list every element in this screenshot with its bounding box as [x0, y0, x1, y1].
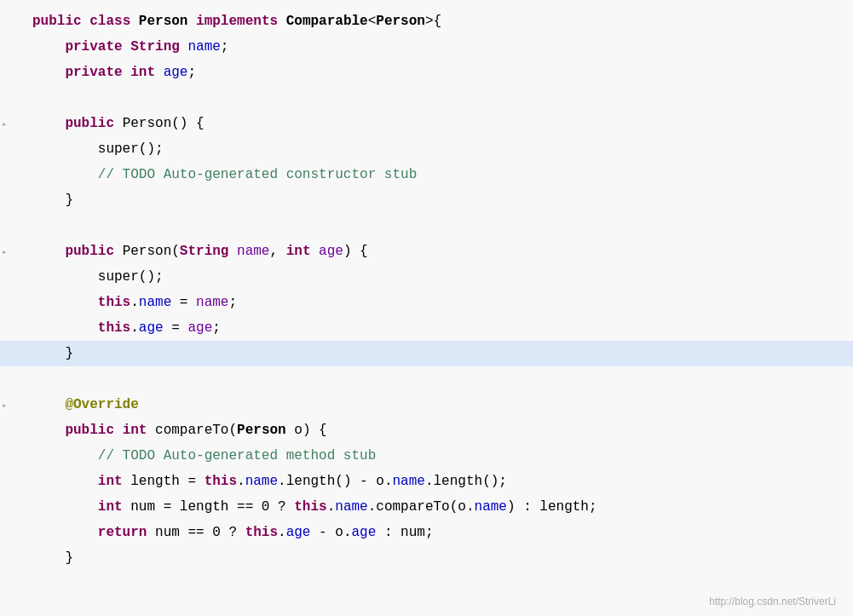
line-content: super(); — [26, 141, 853, 157]
code-token: name — [475, 499, 507, 515]
code-token: private — [65, 39, 122, 55]
code-token: length — [286, 474, 336, 489]
code-token: . — [130, 295, 139, 310]
code-token: super — [98, 269, 139, 285]
line-content: public Person(String name, int age) { — [26, 244, 853, 259]
code-line — [0, 85, 853, 111]
code-token — [180, 39, 188, 55]
code-token: ) { — [343, 244, 368, 259]
indent-space — [32, 295, 98, 310]
code-token: name — [187, 39, 220, 55]
code-token: length = — [123, 474, 205, 489]
collapse-arrow-icon[interactable]: ▸ — [2, 400, 8, 411]
indent-space — [32, 397, 65, 412]
code-token: // TODO Auto-generated constructor stub — [98, 167, 417, 182]
code-token: ; — [212, 320, 221, 336]
code-token: () - o. — [335, 474, 392, 489]
code-editor: public class Person implements Comparabl… — [0, 0, 853, 616]
code-token: . — [130, 320, 139, 336]
code-token: int — [98, 499, 123, 515]
code-token: ) : length; — [507, 499, 597, 515]
code-token: (); — [139, 141, 164, 157]
code-token: // TODO Auto-generated method stub — [98, 448, 376, 463]
code-line: ▸ @Override — [0, 392, 853, 417]
code-line: int length = this.name.length() - o.name… — [0, 469, 853, 494]
code-token: . — [278, 525, 286, 540]
code-line: } — [0, 545, 853, 571]
code-token: this — [205, 474, 237, 489]
line-content: @Override — [26, 397, 853, 412]
code-token: int — [130, 65, 155, 80]
code-token — [130, 14, 139, 29]
indent-space — [32, 167, 98, 182]
indent-space — [32, 269, 98, 285]
code-token: public — [32, 14, 82, 29]
code-lines: public class Person implements Comparabl… — [0, 9, 853, 571]
code-token: class — [89, 14, 130, 29]
line-content: public Person() { — [26, 116, 853, 131]
code-token: (); — [139, 269, 164, 285]
code-token: name — [245, 474, 278, 489]
code-token — [114, 116, 123, 131]
code-token: public — [65, 423, 114, 438]
indent-space — [32, 525, 98, 540]
code-token: age — [351, 525, 376, 540]
code-line: // TODO Auto-generated method stub — [0, 443, 853, 469]
line-content: int num = length == 0 ? this.name.compar… — [26, 499, 853, 515]
code-token: = — [171, 295, 196, 310]
code-line — [0, 366, 853, 392]
code-token: int — [286, 244, 311, 259]
code-token: < — [368, 14, 377, 29]
code-token: } — [65, 550, 73, 566]
code-token: public — [65, 244, 114, 259]
code-token: num = length == 0 ? — [123, 499, 295, 515]
code-token: name — [335, 499, 367, 515]
code-token: (); — [482, 474, 507, 489]
code-token: name — [237, 244, 269, 259]
code-line: super(); — [0, 264, 853, 290]
code-token: . — [327, 499, 336, 515]
indent-space — [32, 39, 65, 55]
collapse-arrow-icon[interactable]: ▸ — [2, 118, 8, 130]
code-line: super(); — [0, 136, 853, 162]
code-token: implements — [196, 14, 278, 29]
code-token — [114, 244, 123, 259]
code-token: ; — [187, 65, 196, 80]
code-token — [114, 423, 123, 438]
collapse-arrow-icon[interactable]: ▸ — [2, 246, 8, 257]
code-token: length — [434, 474, 483, 489]
code-token: super — [98, 141, 139, 157]
code-token: private — [65, 65, 122, 80]
code-line: private int age; — [0, 60, 853, 85]
indent-space — [32, 65, 65, 80]
code-token: . — [237, 474, 245, 489]
line-content: return num == 0 ? this.age - o.age : num… — [26, 525, 853, 540]
code-token: this — [98, 295, 130, 310]
code-token — [123, 39, 131, 55]
code-token: this — [245, 525, 278, 540]
indent-space — [32, 448, 98, 463]
code-token: Person — [237, 423, 286, 438]
code-line: return num == 0 ? this.age - o.age : num… — [0, 520, 853, 545]
indent-space — [32, 244, 65, 259]
code-token: . — [368, 499, 377, 515]
line-content: private String name; — [26, 39, 853, 55]
indent-space — [32, 423, 65, 438]
code-token: } — [65, 346, 73, 361]
code-token: , — [269, 244, 285, 259]
code-token: int — [123, 423, 147, 438]
line-content: this.age = age; — [26, 320, 853, 336]
code-token: @Override — [65, 397, 138, 412]
code-token: this — [98, 320, 130, 336]
line-content: public int compareTo(Person o) { — [26, 423, 853, 438]
code-line: ▸ public Person(String name, int age) { — [0, 239, 853, 264]
code-token: return — [98, 525, 147, 540]
line-content: private int age; — [26, 65, 853, 80]
code-token: age — [187, 320, 212, 336]
code-token: . — [278, 474, 286, 489]
line-content: this.name = name; — [26, 295, 853, 310]
code-token — [123, 65, 131, 80]
code-token: - o. — [310, 525, 351, 540]
indent-space — [32, 116, 65, 131]
code-line: public int compareTo(Person o) { — [0, 417, 853, 443]
